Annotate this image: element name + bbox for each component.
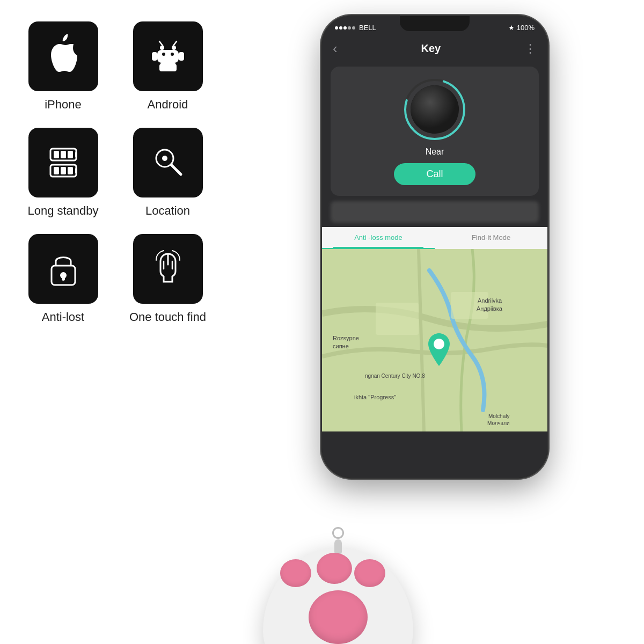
main-container: iPhone (0, 0, 644, 644)
paw-keychain-ring (332, 527, 344, 539)
svg-point-44 (434, 339, 444, 349)
proximity-label: Near (426, 147, 444, 157)
app-tabs: Anti -loss mode Find-it Mode (322, 227, 547, 249)
location-label: Location (145, 204, 190, 218)
svg-line-11 (173, 41, 177, 46)
carrier-label: BELL (359, 24, 376, 32)
blurred-slider (331, 201, 539, 223)
svg-text:Андріівка: Андріівка (477, 305, 503, 312)
phone-notch (400, 16, 470, 31)
svg-point-0 (160, 46, 164, 50)
android-icon-box (133, 21, 203, 91)
back-button[interactable]: ‹ (333, 40, 338, 57)
call-button[interactable]: Call (394, 163, 475, 185)
signal-dot-1 (335, 26, 338, 30)
svg-point-3 (162, 53, 165, 56)
one-touch-label: One touch find (129, 310, 206, 324)
svg-line-24 (171, 165, 181, 174)
location-pin-svg (426, 332, 452, 367)
app-title: Key (421, 42, 441, 55)
lock-icon (47, 250, 79, 288)
paw-device (252, 515, 424, 644)
svg-text:ngnan Century City NO.8: ngnan Century City NO.8 (365, 373, 425, 379)
svg-rect-21 (75, 168, 77, 173)
radar-container (402, 77, 467, 142)
feature-iphone: iPhone (16, 21, 110, 112)
battery-icon (45, 144, 82, 181)
long-standby-label: Long standby (27, 204, 98, 218)
status-signal: BELL (335, 24, 376, 32)
svg-point-4 (171, 53, 174, 56)
svg-point-23 (162, 156, 167, 161)
signal-dot-3 (343, 26, 347, 30)
status-right: ★ 100% (508, 24, 535, 32)
map-pin (426, 332, 452, 367)
svg-rect-8 (152, 52, 157, 61)
tab-find-it[interactable]: Find-it Mode (435, 227, 547, 249)
lock-icon-box (28, 234, 98, 304)
phone-screen: BELL ★ 100% ‹ Key ⋮ (322, 16, 547, 478)
svg-text:Andriivka: Andriivka (478, 297, 502, 304)
signal-dot-2 (339, 26, 342, 30)
radar-inner (411, 85, 459, 134)
features-panel: iPhone (0, 0, 225, 644)
svg-rect-15 (68, 151, 73, 158)
svg-rect-2 (157, 50, 179, 63)
svg-text:Molchaly: Molchaly (488, 413, 509, 419)
apple-icon (44, 34, 83, 79)
svg-rect-13 (54, 151, 59, 158)
touch-icon (152, 250, 184, 288)
svg-rect-18 (54, 167, 59, 174)
android-label: Android (148, 98, 188, 112)
feature-android: Android (121, 21, 215, 112)
iphone-label: iPhone (45, 98, 82, 112)
signal-dots (335, 26, 355, 30)
svg-rect-20 (68, 167, 73, 174)
map-container: Rozsypne сипне Andriivka Андріівка ngnan… (322, 249, 547, 431)
android-icon (149, 37, 187, 76)
paw-main-pad (309, 590, 368, 644)
svg-rect-19 (61, 167, 66, 174)
iphone-icon-box (28, 21, 98, 91)
svg-text:Молчали: Молчали (487, 420, 510, 426)
feature-location: Location (121, 128, 215, 218)
touch-icon-box (133, 234, 203, 304)
feature-one-touch: One touch find (121, 234, 215, 324)
feature-long-standby: Long standby (16, 128, 110, 218)
paw-toe-right (354, 559, 385, 587)
svg-point-1 (172, 46, 176, 50)
svg-text:сипне: сипне (333, 343, 349, 349)
svg-rect-34 (376, 303, 419, 335)
tab-anti-loss[interactable]: Anti -loss mode (322, 227, 435, 249)
more-button[interactable]: ⋮ (524, 42, 537, 56)
battery-label: 100% (517, 24, 535, 32)
svg-rect-9 (179, 52, 184, 61)
svg-rect-14 (61, 151, 66, 158)
svg-rect-7 (160, 63, 175, 71)
signal-dot-5 (352, 26, 355, 30)
paw-body (263, 547, 413, 644)
svg-text:Rozsypne: Rozsypne (333, 335, 359, 341)
svg-text:ikhta "Progress": ikhta "Progress" (354, 394, 396, 400)
battery-icon-box (28, 128, 98, 197)
paw-toe-left (280, 559, 311, 587)
svg-rect-27 (62, 275, 65, 281)
map-background: Rozsypne сипне Andriivka Андріівка ngnan… (322, 249, 547, 431)
key-card: Near Call (331, 67, 539, 196)
phone-frame: BELL ★ 100% ‹ Key ⋮ (322, 16, 547, 478)
app-header: ‹ Key ⋮ (322, 34, 547, 61)
paw-toe-center (317, 553, 352, 584)
bluetooth-icon: ★ (508, 24, 515, 32)
anti-lost-label: Anti-lost (42, 310, 84, 324)
radar-texture (411, 85, 459, 134)
location-icon (149, 143, 187, 182)
phone-panel: BELL ★ 100% ‹ Key ⋮ (225, 0, 644, 644)
location-icon-box (133, 128, 203, 197)
svg-rect-16 (75, 152, 77, 157)
signal-dot-4 (348, 26, 351, 30)
svg-line-10 (159, 41, 163, 46)
feature-anti-lost: Anti-lost (16, 234, 110, 324)
